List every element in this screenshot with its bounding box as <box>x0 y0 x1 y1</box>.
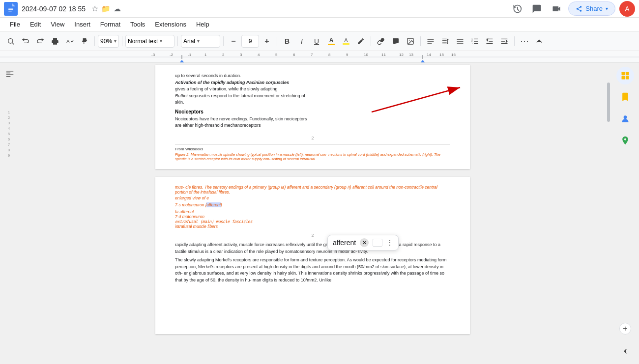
redo-button[interactable] <box>33 34 47 48</box>
svg-rect-6 <box>393 38 399 43</box>
collapse-toolbar-button[interactable] <box>532 34 546 48</box>
scroll-thumb[interactable] <box>607 83 610 122</box>
increase-indent-button[interactable] <box>497 34 511 48</box>
numbered-list-button[interactable]: 123 <box>468 34 482 48</box>
chip-more-button[interactable]: ⋮ <box>386 239 393 247</box>
menu-view[interactable]: View <box>47 19 68 29</box>
doc-icon <box>4 2 18 16</box>
scrollbar[interactable] <box>606 63 611 364</box>
menu-help[interactable]: Help <box>192 19 213 29</box>
svg-text:6: 6 <box>293 53 295 57</box>
line-numbers: 12345 6789 <box>8 110 12 158</box>
chip-expand-button[interactable] <box>373 239 382 247</box>
underline-button[interactable]: U <box>310 34 323 48</box>
svg-text:7: 7 <box>311 53 313 57</box>
star-icon[interactable]: ☆ <box>91 4 98 13</box>
bold-button[interactable]: B <box>280 34 294 48</box>
page2-orange-text1: mus- cle fibres. The sensory endings of … <box>175 185 450 195</box>
font-select[interactable]: Arial ▾ <box>181 35 220 48</box>
page1-number: 2 <box>175 136 450 140</box>
more-options-button[interactable]: ⋯ <box>518 34 531 48</box>
page-2: mus- cle fibres. The sensory endings of … <box>155 177 470 334</box>
line-spacing-button[interactable] <box>438 34 452 48</box>
avatar[interactable]: A <box>619 1 635 17</box>
collapse-sidebar-button[interactable] <box>616 342 634 360</box>
cloud-icon[interactable]: ☁ <box>114 4 121 13</box>
item1-row: 7-s motoneuron [afferent] <box>175 202 450 207</box>
spellcheck-button[interactable]: A <box>63 34 77 48</box>
svg-text:2: 2 <box>222 53 225 57</box>
svg-rect-39 <box>626 72 629 76</box>
undo-button[interactable] <box>19 34 32 48</box>
toolbar-separator-5 <box>277 36 277 46</box>
svg-text:13: 13 <box>409 53 413 57</box>
outline-toggle-button[interactable] <box>3 67 17 81</box>
menu-tools[interactable]: Tools <box>126 19 149 29</box>
svg-text:9: 9 <box>346 53 349 57</box>
comment-button[interactable] <box>529 1 545 17</box>
ruler: -3 -2 -1 1 2 3 4 5 6 7 8 9 10 11 12 13 1… <box>0 51 639 63</box>
print-button[interactable] <box>48 34 62 48</box>
meet-button[interactable] <box>549 1 564 17</box>
menu-extensions[interactable]: Extensions <box>151 19 190 29</box>
pencil-button[interactable] <box>354 34 368 48</box>
menu-insert[interactable]: Insert <box>70 19 94 29</box>
share-button[interactable]: Share ▾ <box>568 1 615 16</box>
checklist-button[interactable] <box>453 34 467 48</box>
toolbar-separator-6 <box>371 36 371 46</box>
sidebar-contacts-icon[interactable] <box>616 110 634 128</box>
insert-image-button[interactable] <box>404 34 417 48</box>
share-dropdown-icon[interactable]: ▾ <box>606 6 608 11</box>
page1-image-column <box>317 73 450 132</box>
sidebar-sheets-icon[interactable] <box>616 67 634 84</box>
history-button[interactable] <box>509 1 525 17</box>
style-arrow: ▾ <box>160 38 162 44</box>
font-size-input[interactable]: 9 <box>241 35 259 48</box>
search-button[interactable] <box>4 34 18 48</box>
svg-text:15: 15 <box>439 53 444 57</box>
decrease-indent-button[interactable] <box>483 34 496 48</box>
add-sidebar-button[interactable]: + <box>619 323 631 335</box>
menu-file[interactable]: File <box>6 19 24 29</box>
font-size-increase-button[interactable]: + <box>260 34 274 48</box>
style-select[interactable]: Normal text ▾ <box>125 35 174 48</box>
paint-format-button[interactable] <box>78 34 91 48</box>
italic-button[interactable]: I <box>295 34 309 48</box>
topbar-right: Share ▾ A <box>509 1 635 17</box>
insert-comment-button[interactable] <box>389 34 403 48</box>
svg-text:-1: -1 <box>188 53 192 57</box>
svg-text:8: 8 <box>328 53 331 57</box>
text-color-button[interactable]: A <box>324 34 338 48</box>
align-button[interactable] <box>424 34 437 48</box>
page2-item2: Ia afferent <box>175 209 450 214</box>
page2-item4: extrafusal (main) muscle fascicles <box>175 219 450 224</box>
svg-rect-41 <box>626 76 629 80</box>
chip-close-button[interactable]: ✕ <box>360 238 369 247</box>
sidebar-maps-icon[interactable] <box>616 132 634 149</box>
font-arrow: ▾ <box>197 38 200 44</box>
toolbar-separator-8 <box>514 36 515 46</box>
text-activation: Activation of the rapidly adapting Pacin… <box>175 80 309 106</box>
title-icons: ☆ 📁 ☁ <box>91 4 121 13</box>
zoom-select[interactable]: 90% ▾ <box>98 35 119 48</box>
nociceptors-heading: Nociceptors <box>175 109 309 114</box>
sidebar-keep-icon[interactable] <box>616 88 634 106</box>
font-size-decrease-button[interactable]: − <box>227 34 240 48</box>
page1-divider <box>175 144 450 145</box>
folder-icon[interactable]: 📁 <box>101 4 111 13</box>
menu-edit[interactable]: Edit <box>26 19 45 29</box>
toolbar-separator-3 <box>177 36 178 46</box>
chip-word: afferent <box>333 239 356 247</box>
doc-area[interactable]: up to several seconds in duration. Activ… <box>20 63 606 364</box>
svg-rect-5 <box>84 42 84 44</box>
menu-format[interactable]: Format <box>96 19 124 29</box>
highlight-button[interactable]: A <box>339 34 353 48</box>
svg-rect-2 <box>8 11 12 11</box>
svg-text:3: 3 <box>240 53 242 57</box>
svg-text:10: 10 <box>364 53 368 57</box>
share-label: Share <box>585 5 603 12</box>
svg-text:-2: -2 <box>170 53 174 57</box>
page2-body-text2: The slowly adapting Merkel's receptors a… <box>175 257 450 283</box>
page1-text-column: up to several seconds in duration. Activ… <box>175 73 309 132</box>
link-button[interactable] <box>374 34 388 48</box>
